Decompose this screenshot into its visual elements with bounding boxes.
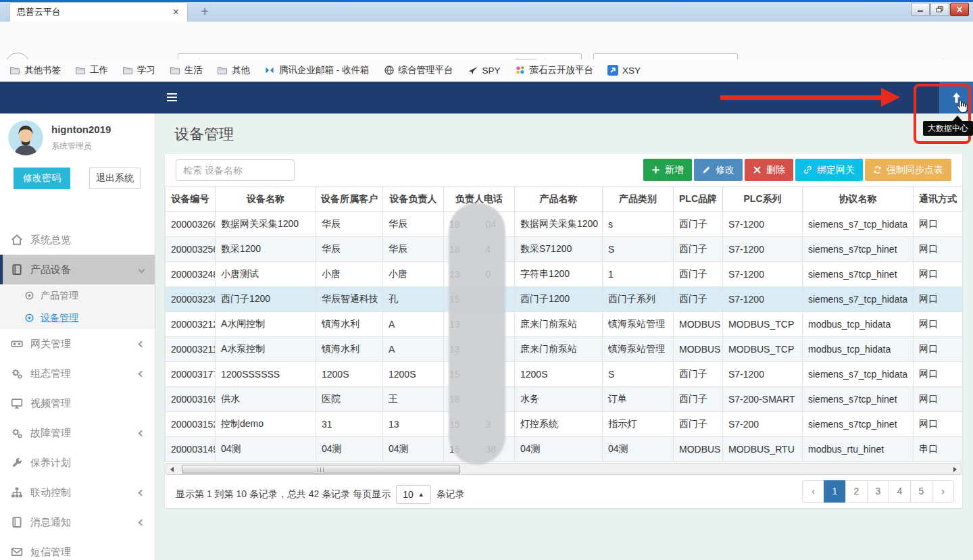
table-cell: 华辰 <box>316 237 383 262</box>
bookmark-label: 其他书签 <box>24 64 61 76</box>
table-cell: A水泵控制 <box>216 337 316 362</box>
sitemap-icon <box>11 486 23 499</box>
sidebar-item-product-device[interactable]: 产品设备 <box>0 255 155 284</box>
page-size-select[interactable]: 10 ▲ <box>396 485 431 504</box>
table-cell: 华辰 <box>383 237 444 262</box>
bookmark-label: 工作 <box>90 64 108 76</box>
pager-page-2[interactable]: 2 <box>845 480 868 503</box>
table-row[interactable]: 20000314904测04测04测153804测04测MODBUSMODBUS… <box>166 437 963 462</box>
pager-prev[interactable]: ‹ <box>802 480 824 503</box>
table-cell: 04测 <box>603 437 674 462</box>
table-cell: MODBUS <box>674 312 723 337</box>
device-search-input[interactable] <box>176 159 295 181</box>
pager-page-4[interactable]: 4 <box>889 480 911 503</box>
table-row[interactable]: 200003211A水泵控制镇海水利A13庶来门前泵站镇海泵站管理MODBUSM… <box>166 337 963 362</box>
table-cell: 华辰 <box>383 212 444 237</box>
button-edit[interactable]: 修改 <box>694 159 743 181</box>
change-password-button[interactable]: 修改密码 <box>14 168 70 189</box>
table-cell: 04测 <box>316 437 383 462</box>
scroll-left-arrow[interactable] <box>166 464 178 474</box>
table-row[interactable]: 200003230西门子1200华辰智通科技孔15西门子1200西门子系列西门子… <box>166 287 963 312</box>
sidebar-item-fault-management[interactable]: 故障管理 <box>0 418 155 448</box>
folder-icon <box>217 65 228 76</box>
sidebar-item-linkage-control[interactable]: 联动控制 <box>0 478 155 507</box>
avatar[interactable] <box>8 120 43 155</box>
bookmark-xsy[interactable]: XSY <box>607 65 641 76</box>
button-label: 删除 <box>766 164 785 176</box>
table-row[interactable]: 200003260数据网关采集1200华辰华辰1804数据网关采集1200s西门… <box>166 212 963 237</box>
table-cell: 西门子 <box>674 262 723 287</box>
new-tab-button[interactable]: + <box>196 4 214 20</box>
button-bind-gateway[interactable]: 绑定网关 <box>795 159 863 181</box>
pager-page-3[interactable]: 3 <box>867 480 889 503</box>
sidebar-item-system-overview[interactable]: 系统总览 <box>0 225 155 255</box>
table-cell: 网口 <box>914 312 963 337</box>
button-force-sync[interactable]: 强制同步点表 <box>865 159 951 181</box>
button-add[interactable]: 新增 <box>643 159 692 181</box>
sidebar-subitem-label: 产品管理 <box>41 290 78 302</box>
bookmark-study[interactable]: 学习 <box>122 64 155 76</box>
table-row[interactable]: 200003152控制demo3113153灯控系统指示灯西门子S7-200si… <box>166 412 963 437</box>
sidebar-item-gateway-management[interactable]: 网关管理 <box>0 329 155 359</box>
table-cell: 串口 <box>914 437 963 462</box>
bookmark-ys7-open[interactable]: 萤石云开放平台 <box>515 64 594 76</box>
sidebar-item-label: 组态管理 <box>30 367 71 380</box>
bookmark-other-bookmarks[interactable]: 其他书签 <box>9 64 61 76</box>
table-cell: 小唐 <box>316 262 383 287</box>
x-icon <box>753 166 762 174</box>
sidebar-item-maintenance-plan[interactable]: 保养计划 <box>0 448 155 478</box>
table-cell: MODBUS <box>674 437 723 462</box>
bookmark-life[interactable]: 生活 <box>170 64 203 76</box>
sidebar-item-message-notify[interactable]: 消息通知 <box>0 507 155 537</box>
sidebar-item-label: 短信管理 <box>30 546 71 559</box>
page-size-value: 10 <box>403 489 414 500</box>
sidebar-item-video-management[interactable]: 视频管理 <box>0 388 155 418</box>
scroll-right-arrow[interactable] <box>949 464 961 474</box>
pager-page-5[interactable]: 5 <box>910 480 932 503</box>
sidebar-subitem-device-management[interactable]: 设备管理 <box>0 307 155 329</box>
browser-tab[interactable]: 思普云平台 × <box>9 2 188 22</box>
table-row[interactable]: 200003212A水闸控制镇海水利A13庶来门前泵站镇海泵站管理MODBUSM… <box>166 312 963 337</box>
column-header: 设备编号 <box>166 186 216 212</box>
bookmark-spy[interactable]: SPY <box>468 65 501 76</box>
logout-button[interactable]: 退出系统 <box>89 168 141 189</box>
window-restore-button[interactable] <box>930 3 949 16</box>
sidebar-subitem-product-management[interactable]: 产品管理 <box>0 284 155 307</box>
table-cell: S7-1200 <box>723 237 803 262</box>
table-cell: 医院 <box>316 387 383 412</box>
table-row[interactable]: 200003165供水医院王18水务订单西门子S7-200-SMARTsieme… <box>166 387 963 412</box>
tencent-mail-icon <box>264 65 275 76</box>
window-minimize-button[interactable] <box>911 3 930 16</box>
horizontal-scrollbar[interactable] <box>166 463 962 475</box>
button-label: 修改 <box>716 164 734 176</box>
column-header: 产品类别 <box>603 186 674 212</box>
scrollbar-thumb[interactable] <box>182 465 460 474</box>
sidebar-collapse-icon[interactable] <box>167 93 177 101</box>
main-content: 设备管理 新增修改删除绑定网关强制同步点表 设备编号设备名称设备所属客户设备负责… <box>155 113 973 560</box>
sidebar-item-scada-management[interactable]: 组态管理 <box>0 359 155 388</box>
pagination-info: 显示第 1 到第 10 条记录，总共 42 条记录 每页显示 10 ▲ 条记录 <box>176 485 465 504</box>
table-cell: 网口 <box>914 262 963 287</box>
column-header: 设备名称 <box>216 186 316 212</box>
bookmark-tencent-mail[interactable]: 腾讯企业邮箱 - 收件箱 <box>264 64 370 76</box>
tab-close-icon[interactable]: × <box>172 7 180 18</box>
bookmark-label: XSY <box>622 66 641 76</box>
pagination-unit-text: 条记录 <box>436 488 465 501</box>
dots-icon <box>515 65 526 76</box>
xsy-icon <box>607 65 618 76</box>
table-row[interactable]: 200003248小唐测试小唐小唐130字符串12001西门子S7-1200si… <box>166 262 963 287</box>
gears-icon <box>11 367 23 380</box>
bookmark-work[interactable]: 工作 <box>75 64 108 76</box>
table-row[interactable]: 2000031771200SSSSSS1200S1200S151200SS西门子… <box>166 362 963 387</box>
column-header: PLC品牌 <box>674 186 723 212</box>
sidebar-item-sms-management[interactable]: 短信管理 <box>0 537 155 560</box>
pager-page-1[interactable]: 1 <box>824 480 846 503</box>
table-cell: 西门子 <box>674 387 723 412</box>
button-delete[interactable]: 删除 <box>745 159 793 181</box>
window-close-button[interactable] <box>950 3 969 16</box>
pager-next[interactable]: › <box>932 480 954 503</box>
cursor-hand-icon <box>955 99 970 114</box>
bookmark-mgmt-platform[interactable]: 综合管理平台 <box>384 64 453 76</box>
bookmark-other[interactable]: 其他 <box>217 64 250 76</box>
table-row[interactable]: 200003256数采1200华辰华辰184数采S71200S西门子S7-120… <box>166 237 963 262</box>
